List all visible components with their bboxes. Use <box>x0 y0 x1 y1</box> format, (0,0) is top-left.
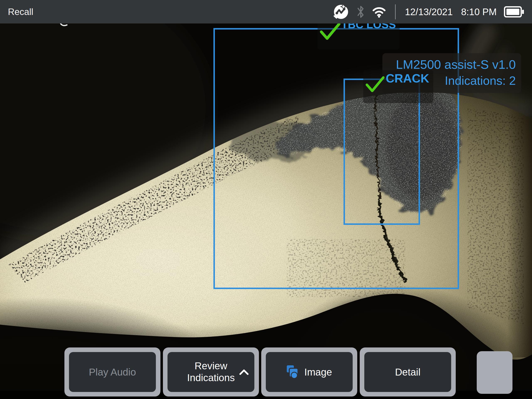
image-label: Image <box>304 366 332 378</box>
status-icons: 12/13/2021 8:10 PM <box>333 4 525 20</box>
chevron-up-icon <box>239 369 249 375</box>
screen-title: Recall <box>8 7 33 17</box>
review-indications-button[interactable]: Review Indications <box>163 348 259 397</box>
bluetooth-icon <box>356 5 365 19</box>
status-date: 12/13/2021 <box>405 6 453 18</box>
status-time: 8:10 PM <box>461 6 497 18</box>
checkmark-icon <box>320 22 340 41</box>
play-audio-label: Play Audio <box>89 366 136 378</box>
play-audio-button[interactable]: Play Audio <box>64 348 160 397</box>
toolbar-toggle-button[interactable] <box>477 351 513 394</box>
detail-label: Detail <box>395 366 421 378</box>
detection-label-text: CRACK <box>386 72 429 84</box>
detail-button[interactable]: Detail <box>360 348 456 397</box>
image-button[interactable]: Image <box>261 348 357 397</box>
device-screen: Recall 12/13/2021 8:10 PM <box>0 0 532 399</box>
wifi-icon <box>372 5 386 18</box>
checkmark-icon <box>365 76 385 94</box>
inspectionworks-connect-icon <box>333 4 349 20</box>
status-divider <box>395 4 396 19</box>
detection-label-crack[interactable]: CRACK <box>363 70 433 103</box>
review-indications-label: Review Indications <box>180 360 242 384</box>
status-bar: Recall 12/13/2021 8:10 PM <box>0 0 532 24</box>
image-stack-icon <box>286 365 300 379</box>
battery-icon <box>504 5 525 19</box>
